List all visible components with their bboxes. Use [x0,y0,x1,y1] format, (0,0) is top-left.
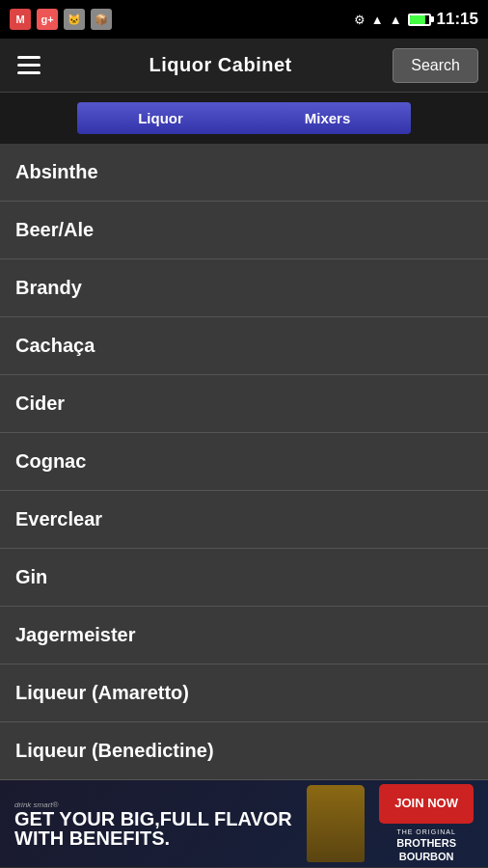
status-icons-right: ⚙ ▲ ▲ 11:15 [354,10,478,29]
list-item-text: Everclear [15,508,102,530]
list-item[interactable]: Cognac [0,433,488,491]
app-title: Liquor Cabinet [149,54,292,76]
status-icons-left: M g+ 🐱 📦 [10,9,112,30]
list-item-text: Liqueur (Amaretto) [15,682,189,704]
action-bar: Liquor Cabinet Search [0,39,488,93]
list-item-text: Cider [15,393,65,415]
status-bar: M g+ 🐱 📦 ⚙ ▲ ▲ 11:15 [0,0,488,39]
wifi-icon: ▲ [390,13,402,27]
list-item[interactable]: Brandy [0,259,488,317]
list-item-text: Cachaça [15,335,95,357]
status-time: 11:15 [437,10,478,29]
signal-icon: ▲ [371,13,384,27]
tab-mixers[interactable]: Mixers [244,102,411,134]
ad-banner[interactable]: drink smart® GET YOUR BIG,FULL FLAVOR WI… [0,780,488,867]
ad-big-text-1: GET YOUR BIG,FULL FLAVOR [14,809,292,828]
list-item[interactable]: Jagermeister [0,607,488,665]
bluetooth-icon: ⚙ [354,13,366,27]
ad-brand-label-2: BROTHERS [396,836,456,850]
ad-bottle-image [307,785,365,862]
list-item-text: Gin [15,566,47,588]
hamburger-line-2 [17,64,41,67]
list-item-text: Cognac [15,450,86,473]
cat-icon: 🐱 [64,9,85,30]
list-item-text: Absinthe [15,161,98,183]
ad-brand-label-1: THE ORIGINAL [396,827,456,836]
list-item[interactable]: Absinthe [0,144,488,202]
ad-text-left: drink smart® GET YOUR BIG,FULL FLAVOR WI… [14,800,292,848]
battery-icon [408,14,431,26]
hamburger-menu-button[interactable] [10,48,48,82]
hamburger-line-1 [17,56,41,59]
ad-brand-label-3: BOURBON [396,850,456,863]
list-item[interactable]: Liqueur (Benedictine) [0,722,488,780]
gplus-icon: g+ [37,9,58,30]
list-item-text: Jagermeister [15,624,136,646]
list-item[interactable]: Gin [0,549,488,607]
tab-bar: Liquor Mixers [0,93,488,144]
list-item[interactable]: Cachaça [0,317,488,375]
ad-big-text-2: WITH BENEFITS. [14,828,292,848]
list-item-text: Brandy [15,277,82,299]
list-item[interactable]: Everclear [0,491,488,549]
tab-liquor[interactable]: Liquor [77,102,244,134]
package-icon: 📦 [91,9,112,30]
list-item-text: Liqueur (Benedictine) [15,740,214,762]
search-button[interactable]: Search [393,48,478,83]
list-item[interactable]: Liqueur (Amaretto) [0,665,488,722]
liquor-list: Absinthe Beer/Ale Brandy Cachaça Cider C… [0,144,488,780]
hamburger-line-3 [17,71,41,74]
ad-join-now-button[interactable]: JOIN NOW [379,784,474,824]
list-item[interactable]: Beer/Ale [0,202,488,259]
list-item-text: Beer/Ale [15,219,94,241]
list-item[interactable]: Cider [0,375,488,433]
gmail-icon: M [10,9,31,30]
